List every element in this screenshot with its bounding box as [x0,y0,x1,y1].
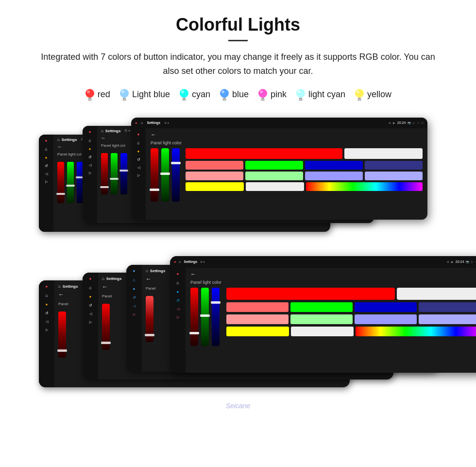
svg-rect-8 [183,98,186,100]
svg-rect-14 [261,98,264,100]
color-label-red: red [98,89,110,100]
svg-rect-20 [358,98,361,100]
color-label-yellow: yellow [367,89,391,100]
color-label-blue: blue [232,89,249,100]
top-devices-section: ● ⌂ ● ↺ ◁ ▷ ⌂ Settings ⚙ ♦ [19,115,457,242]
color-indicators: red Light blue cyan [19,88,457,102]
svg-point-3 [120,89,129,98]
red-bulb-icon [85,88,95,102]
top-device-stack: ● ⌂ ● ↺ ◁ ▷ ⌂ Settings ⚙ ♦ [39,115,437,242]
color-item-lightcyan: light cyan [295,88,345,102]
svg-rect-11 [223,98,226,100]
watermark: Seicane [19,402,457,410]
cyan-bulb-icon [179,88,189,102]
color-label-cyan: cyan [192,89,210,100]
color-label-pink: pink [271,89,287,100]
lightblue-bulb-icon [119,88,130,102]
svg-point-12 [258,89,267,98]
top-device-3: ● ⌂ Settings ⚙ ♦ ⊕ ▶ 20:24 📷 ▷ □ ⊃ [131,118,427,220]
blue-bulb-icon [219,88,230,102]
color-item-cyan: cyan [179,88,210,102]
svg-point-1 [87,90,90,93]
svg-point-19 [357,90,359,93]
color-item-lightblue: Light blue [119,88,170,102]
page-container: Colorful Lights Integrated with 7 colors… [0,0,476,429]
color-item-yellow: yellow [354,88,391,102]
description-text: Integrated with 7 colors of button indic… [39,50,437,78]
header-section: Colorful Lights Integrated with 7 colors… [19,15,457,78]
pink-bulb-icon [257,88,268,102]
svg-rect-17 [299,98,302,100]
bottom-device-4: ● ⌂ Settings ⚙ ♦ ⊕ ▶ 20:24 📷 ▷ □ ⊃ [170,256,476,373]
lightcyan-bulb-icon [295,88,306,102]
svg-point-6 [180,89,188,98]
svg-point-7 [181,90,184,93]
color-item-blue: blue [219,88,249,102]
svg-point-15 [296,89,305,98]
svg-point-18 [355,89,364,98]
svg-point-4 [121,90,124,93]
svg-rect-2 [88,98,91,100]
color-label-lightblue: Light blue [132,89,170,100]
svg-point-16 [298,90,301,93]
color-item-pink: pink [257,88,287,102]
title-divider [228,40,248,41]
svg-point-9 [220,89,229,98]
svg-rect-5 [123,98,126,100]
bottom-device-stack: ● ⌂ ● ↺ ◁ ▷ ⌂ Settings ← [39,256,437,397]
main-title: Colorful Lights [19,15,457,35]
color-item-red: red [85,88,110,102]
yellow-bulb-icon [354,88,365,102]
bottom-devices-section: ● ⌂ ● ↺ ◁ ▷ ⌂ Settings ← [19,256,457,397]
svg-point-0 [85,89,94,98]
color-label-lightcyan: light cyan [308,89,345,100]
svg-point-13 [260,90,263,93]
svg-point-10 [221,90,224,93]
